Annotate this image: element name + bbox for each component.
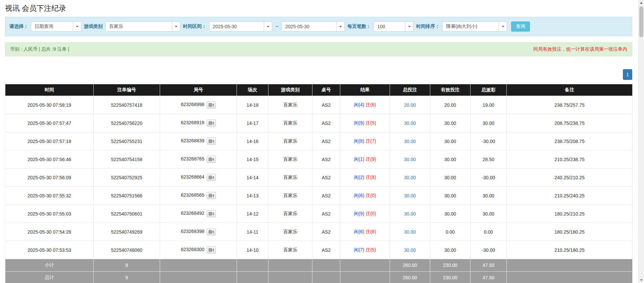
player-result: 闲(8) <box>354 138 364 144</box>
game-type-label: 游戏类别 <box>84 23 103 30</box>
valid-bet-cell: 30.00 <box>430 241 470 259</box>
total-bet-link[interactable]: 20.00 <box>404 102 416 108</box>
sort-order-select[interactable]: 降幂(由大到小) <box>442 21 507 32</box>
round-cell: 623268300 <box>160 241 237 259</box>
table-row: 2025-05-30 07:55:03522540750601623268492… <box>5 205 633 223</box>
pagination: 1 <box>5 69 632 80</box>
per-page-value: 100 <box>374 24 405 29</box>
vertical-scrollbar[interactable] <box>638 0 644 283</box>
round-cell: 623268398 <box>160 223 237 241</box>
session-cell: 14-13 <box>237 187 268 205</box>
time-cell: 2025-05-30 07:55:03 <box>5 205 94 223</box>
total-bet-link[interactable]: 30.00 <box>404 139 416 144</box>
total-bet-link[interactable]: 30.00 <box>404 193 416 198</box>
total-bet-link[interactable]: 30.00 <box>404 229 416 235</box>
video-camera-glyph <box>208 175 214 180</box>
game-type-select[interactable]: 百家乐 <box>105 21 180 32</box>
caret-down-icon <box>172 22 180 31</box>
round-cell: 623268765 <box>160 150 237 169</box>
video-icon[interactable] <box>207 246 216 253</box>
player-result: 闲(4) <box>354 102 364 107</box>
game-type-cell: 百家乐 <box>268 241 312 259</box>
summary-cell: 9 <box>94 272 160 283</box>
valid-bet-cell: 30.00 <box>430 114 470 132</box>
table-row: 2025-05-30 07:56:46522540754158623268765… <box>5 150 633 169</box>
session-cell: 14-10 <box>237 241 268 259</box>
note-cell: 210.25/180.25 <box>507 241 633 259</box>
date-from-value: 2025-05-30 <box>209 24 264 29</box>
round-cell: 623268565 <box>160 187 237 205</box>
banker-result: 庄(6) <box>365 102 376 107</box>
table-row: 2025-05-30 07:53:53522540748060623268300… <box>5 241 633 259</box>
note-cell: 238.75/208.75 <box>507 132 633 150</box>
summary-cell: 47.50 <box>470 259 507 272</box>
summary-cell <box>160 272 237 283</box>
per-page-select[interactable]: 100 <box>374 21 413 32</box>
payout-cell: 30.00 <box>470 114 507 132</box>
date-from-select[interactable]: 2025-05-30 <box>209 21 272 32</box>
page-button-1[interactable]: 1 <box>623 69 632 80</box>
payout-cell: -30.00 <box>470 241 507 259</box>
payout-cell: -30.00 <box>470 169 507 187</box>
note-cell: 180.25/180.25 <box>507 223 633 241</box>
video-icon[interactable] <box>207 120 216 127</box>
video-icon[interactable] <box>207 210 216 217</box>
video-icon[interactable] <box>207 174 216 181</box>
scroll-down-icon[interactable] <box>639 277 644 283</box>
banker-result: 庄(9) <box>365 156 376 162</box>
currency-summary: 币别 : 人民币 | 总共 :9 注单 | <box>10 46 69 52</box>
game-type-value: 百家乐 <box>106 23 172 30</box>
total-bet-link[interactable]: 30.00 <box>404 121 416 126</box>
valid-bet-cell: 30.00 <box>430 132 470 150</box>
banker-result: 庄(5) <box>365 247 376 252</box>
per-page-label: 每页笔数： <box>347 23 371 30</box>
round-cell: 623268839 <box>160 132 237 150</box>
scroll-up-icon[interactable] <box>639 0 644 6</box>
player-result: 闲(1) <box>354 156 364 162</box>
date-to-select[interactable]: 2025-05-30 <box>282 21 345 32</box>
total-bet-link[interactable]: 30.00 <box>404 247 416 253</box>
page-content: 视讯 会员下注纪录 请选择： 日期查询 游戏类别 百家乐 时间区间： 2025-… <box>5 3 632 283</box>
table-no-cell: AS2 <box>312 96 340 114</box>
summary-cell <box>340 272 390 283</box>
time-cell: 2025-05-30 07:57:47 <box>5 114 94 132</box>
valid-bet-cell: 30.00 <box>430 169 470 187</box>
column-header: 桌号 <box>312 84 340 96</box>
scroll-thumb[interactable] <box>639 6 643 37</box>
result-cell: 闲(1) 庄(9) <box>340 150 390 169</box>
table-no-cell: AS2 <box>312 223 340 241</box>
total-bet-link[interactable]: 30.00 <box>404 157 416 162</box>
video-icon[interactable] <box>207 138 216 145</box>
query-type-select[interactable]: 日期查询 <box>31 21 81 32</box>
search-button[interactable]: 查询 <box>511 21 530 32</box>
payout-cell: 28.50 <box>470 150 507 169</box>
video-camera-glyph <box>208 211 214 216</box>
total-bet-link[interactable]: 30.00 <box>404 175 416 180</box>
video-camera-glyph <box>208 248 214 252</box>
note-cell: 210.25/240.25 <box>507 187 633 205</box>
summary-bar: 币别 : 人民币 | 总共 :9 注单 | 同局有效投注，统一计算在该局第一张注… <box>5 42 632 56</box>
time-cell: 2025-05-30 07:58:19 <box>5 96 94 114</box>
time-cell: 2025-05-30 07:57:18 <box>5 132 94 150</box>
column-header: 总派彩 <box>470 84 507 96</box>
player-result: 闲(9) <box>354 120 364 126</box>
bet-id-cell: 522540752925 <box>94 169 160 187</box>
video-icon[interactable] <box>207 156 216 163</box>
summary-label: 小计 <box>5 259 94 272</box>
summary-cell <box>237 259 268 272</box>
total-bet-link[interactable]: 30.00 <box>404 211 416 217</box>
video-icon[interactable] <box>207 101 216 108</box>
round-number: 623268918 <box>181 120 204 125</box>
video-icon[interactable] <box>207 192 216 199</box>
table-row: 2025-05-30 07:57:18522540755231623268839… <box>5 132 633 150</box>
note-cell: 208.75/238.75 <box>507 114 633 132</box>
table-no-cell: AS2 <box>312 187 340 205</box>
video-camera-glyph <box>208 193 214 198</box>
time-cell: 2025-05-30 07:55:32 <box>5 187 94 205</box>
summary-cell: 260.00 <box>390 259 430 272</box>
filter-bar: 请选择： 日期查询 游戏类别 百家乐 时间区间： 2025-05-30 ~ 20… <box>5 17 632 36</box>
banker-result: 庄(0) <box>365 193 376 198</box>
banker-result: 庄(0) <box>365 211 376 216</box>
caret-down-icon <box>499 22 507 31</box>
video-icon[interactable] <box>207 228 216 235</box>
